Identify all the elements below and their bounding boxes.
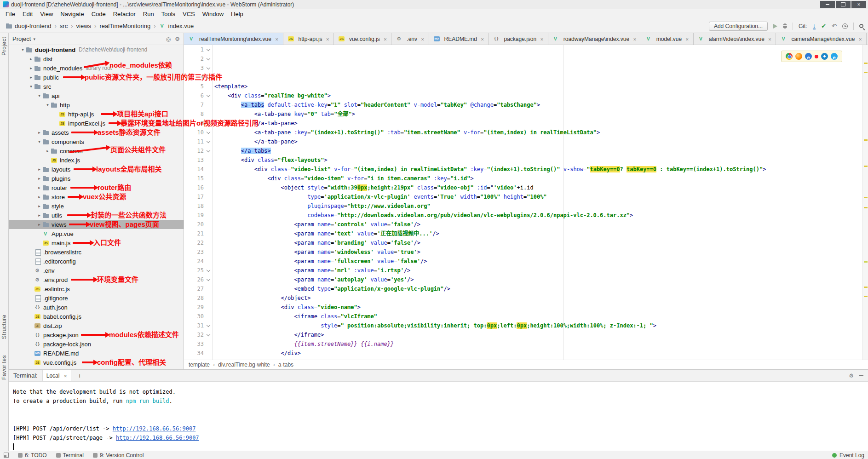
gutter-line-24[interactable]: 24 [184, 257, 212, 266]
gutter-line-9[interactable]: 9 [184, 119, 212, 128]
code-line-12[interactable]: <object style="width:390px;height:219px"… [214, 183, 868, 192]
code-line-15[interactable]: codebase="http://downloads.videolan.org/… [214, 211, 868, 220]
stripe-mark[interactable] [864, 139, 868, 141]
project-panel-title[interactable]: Project [12, 35, 31, 42]
editor-tab-model.vue[interactable]: model.vue [641, 33, 694, 45]
tree-expand-icon[interactable]: ▸ [36, 176, 42, 181]
editor-breadcrumb-a-tabs[interactable]: a-tabs [270, 361, 293, 368]
chrome-icon[interactable] [786, 53, 793, 60]
gutter-line-15[interactable]: 15 [184, 174, 212, 183]
tool-window-structure[interactable]: Structure [1, 315, 7, 339]
close-icon[interactable] [858, 36, 862, 42]
menu-view[interactable]: View [36, 9, 57, 19]
tree-item-router[interactable]: ▸router [9, 183, 184, 192]
tree-expand-icon[interactable]: ▸ [36, 195, 42, 199]
tree-item-babel.config.js[interactable]: babel.config.js [9, 312, 184, 321]
tree-collapse-icon[interactable]: ▾ [28, 84, 34, 89]
tree-item-importExcel.js[interactable]: importExcel.js [9, 119, 184, 128]
menu-refactor[interactable]: Refactor [109, 9, 139, 19]
minimize-button[interactable] [820, 1, 835, 8]
menu-navigate[interactable]: Navigate [57, 9, 87, 19]
new-terminal-button[interactable]: + [76, 372, 83, 379]
tree-expand-icon[interactable]: ▸ [36, 130, 42, 135]
tree-item-package-lock.json[interactable]: package-lock.json [9, 339, 184, 349]
history-icon[interactable] [842, 23, 848, 29]
gutter-line-25[interactable]: 25 [184, 266, 212, 275]
tree-item-assets[interactable]: ▸assets [9, 128, 184, 137]
tree-collapse-icon[interactable]: ▾ [20, 47, 26, 52]
stripe-mark[interactable] [864, 72, 868, 73]
gutter-line-17[interactable]: 17 [184, 192, 212, 201]
gutter-line-23[interactable]: 23 [184, 247, 212, 257]
terminal-tab-local[interactable]: Local [42, 370, 71, 381]
terminal-settings-icon[interactable]: ⚙ [849, 373, 854, 379]
editor-tab-vue.config.js[interactable]: vue.config.js [334, 33, 391, 45]
tree-item-App.vue[interactable]: App.vue [9, 229, 184, 238]
firefox-icon[interactable] [795, 53, 802, 60]
tree-item-auth.json[interactable]: auth.json [9, 303, 184, 312]
fold-icon[interactable] [206, 266, 211, 275]
code-line-21[interactable]: <param name='mrl' :value='i.rtsp'/> [214, 266, 868, 275]
gutter-line-4[interactable]: 4 [184, 73, 212, 82]
gutter-line-34[interactable]: 34 [184, 349, 212, 358]
edge-icon[interactable] [805, 53, 812, 60]
code-line-8[interactable]: </a-tabs> [214, 146, 868, 155]
gutter-line-31[interactable]: 31 [184, 321, 212, 330]
editor-tab-http-api.js[interactable]: http-api.js [283, 33, 334, 45]
code-line-18[interactable]: <param name='branding' value='false'/> [214, 238, 868, 247]
tree-item-dist[interactable]: ▸dist [9, 54, 184, 63]
code-line-10[interactable]: <div class="video-list" v-for="(item,ind… [214, 165, 868, 174]
gutter-line-13[interactable]: 13 [184, 155, 212, 165]
gutter-line-22[interactable]: 22 [184, 238, 212, 247]
chevron-down-icon[interactable]: ▾ [33, 37, 35, 41]
menu-code[interactable]: Code [88, 9, 109, 19]
gutter-line-27[interactable]: 27 [184, 284, 212, 293]
fold-icon[interactable] [206, 45, 211, 54]
tree-item-store[interactable]: ▸store [9, 192, 184, 201]
status-bar-item-6-todo[interactable]: 6: TODO [18, 452, 47, 459]
tree-expand-icon[interactable]: ▸ [36, 222, 42, 227]
code-line-1[interactable]: <template> [214, 82, 868, 91]
tree-expand-icon[interactable]: ▸ [28, 75, 34, 80]
code-line-16[interactable]: <param name='controls' value='false'/> [214, 220, 868, 229]
code-line-7[interactable]: </a-tab-pane> [214, 137, 868, 146]
tree-item-main.js[interactable]: main.js [9, 238, 184, 247]
close-icon[interactable] [326, 36, 330, 42]
code-editor[interactable]: <template> <div class="realTime bg-white… [213, 45, 868, 360]
menu-window[interactable]: Window [199, 9, 227, 19]
event-log-button[interactable]: Event Log [832, 452, 864, 459]
fold-icon[interactable] [206, 137, 211, 146]
editor-tab-roadwayManage-index.vue[interactable]: roadwayManage\index.vue [548, 33, 641, 45]
tree-item-views[interactable]: ▸views [9, 220, 184, 229]
gutter-line-26[interactable]: 26 [184, 275, 212, 284]
code-line-29[interactable]: {{item.streetName}} {{i.name}} [214, 339, 868, 349]
breadcrumb-item-duoji-frontend[interactable]: duoji-frontend [5, 23, 52, 29]
editor-tab-cameraManage-index.vue[interactable]: cameraManage\index.vue [776, 33, 867, 45]
tree-expand-icon[interactable]: ▸ [45, 149, 51, 153]
gutter-line-33[interactable]: 33 [184, 339, 212, 349]
code-line-6[interactable]: <a-tab-pane :key="(index+1).toString()" … [214, 128, 868, 137]
code-line-17[interactable]: <param name='text' value='正在加载视频中...'/> [214, 229, 868, 238]
fold-icon[interactable] [206, 91, 211, 100]
editor-tab-realTimeMonitoring-index.vue[interactable]: realTimeMonitoring\index.vue [184, 33, 283, 45]
fold-icon[interactable] [206, 275, 211, 284]
opera-icon[interactable] [815, 55, 818, 58]
gutter-line-1[interactable]: 1 [184, 45, 212, 54]
gutter-line-14[interactable]: 14 [184, 165, 212, 174]
gutter-line-2[interactable]: 2 [184, 54, 212, 63]
code-line-2[interactable]: <div class="realTime bg-white"> [214, 91, 868, 100]
tree-collapse-icon[interactable]: ▾ [36, 93, 42, 98]
tree-item-vue.config.js[interactable]: vue.config.js [9, 358, 184, 367]
gutter-line-30[interactable]: 30 [184, 312, 212, 321]
tree-expand-icon[interactable]: ▸ [36, 213, 42, 218]
close-button[interactable] [851, 1, 866, 8]
tree-item-api[interactable]: ▾api [9, 91, 184, 100]
tree-expand-icon[interactable]: ▸ [28, 57, 34, 61]
tree-item-index.js[interactable]: index.js [9, 155, 184, 165]
fold-icon[interactable] [206, 54, 211, 63]
tree-item-node_modules[interactable]: ▸node_moduleslibrary root [9, 63, 184, 73]
close-icon[interactable] [633, 36, 637, 42]
error-stripe[interactable] [862, 45, 868, 360]
tree-item-common[interactable]: ▸common [9, 146, 184, 155]
status-bar-item-9-version-control[interactable]: 9: Version Control [93, 452, 144, 459]
